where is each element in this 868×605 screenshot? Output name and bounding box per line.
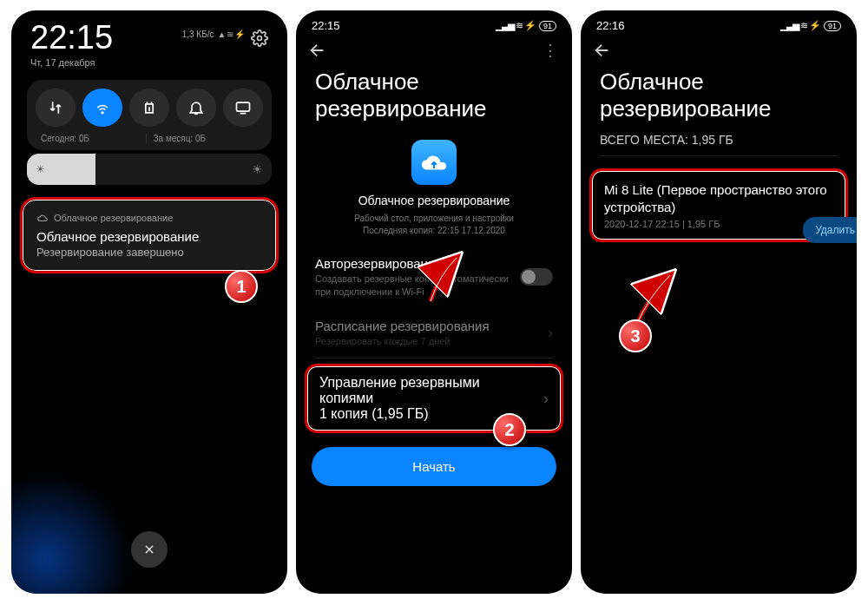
sun-high-icon: ☀ [252,162,263,176]
status-time: 22:15 [312,19,340,32]
signal-icons: ▁▃▅ ≋ ⚡ [496,20,536,31]
quick-settings-panel: Сегодня: 0Б За месяц: 0Б [27,80,272,150]
status-bar: 22:16 ▁▃▅ ≋ ⚡ 91 [581,10,857,36]
data-usage: Сегодня: 0Б За месяц: 0Б [36,127,263,150]
auto-backup-row[interactable]: Авторезервирование Создавать резервные к… [296,246,572,308]
net-speed: 1,3 КБ/с ▲ ≋ ⚡ [182,30,244,39]
svg-rect-1 [237,102,250,111]
auto-backup-label: Авторезервирование [315,256,520,271]
delete-button[interactable]: Удалить [803,217,857,243]
start-backup-button[interactable]: Начать [312,447,556,486]
schedule-sub: Резервировать каждые 7 дней [315,335,548,347]
sun-low-icon: ☀ [36,163,45,175]
notification-card[interactable]: Облачное резервирование Облачное резерви… [20,197,279,273]
step-badge-2: 2 [493,413,526,446]
notification-title: Облачное резервирование [36,229,262,244]
clock-date: Чт, 17 декабря [30,57,113,68]
chevron-right-icon: › [548,324,553,342]
back-icon[interactable] [593,41,612,60]
qs-dnd[interactable] [176,89,216,127]
page-title: Облачное резервирование [296,60,572,128]
step-badge-1: 1 [225,270,258,303]
cloud-logo-icon [411,140,457,185]
manage-backups-sub: 1 копия (1,95 ГБ) [319,406,480,422]
step-badge-3: 3 [619,319,652,352]
schedule-label: Расписание резервирования [315,319,548,333]
qs-header: 22:15 Чт, 17 декабря 1,3 КБ/с ▲ ≋ ⚡ [11,10,287,71]
page-title: Облачное резервирование [581,60,857,128]
schedule-row[interactable]: Расписание резервирования Резервировать … [296,308,572,358]
cloud-backup-tile: Облачное резервирование Рабочий стол, пр… [296,140,572,237]
back-icon[interactable] [308,41,327,60]
phone-screenshot-2: 22:15 ▁▃▅ ≋ ⚡ 91 ⋮ Облачное резервирован… [296,10,572,594]
backup-meta: 2020-12-17 22:15 | 1,95 ГБ [604,219,833,229]
qs-mobile-data[interactable] [36,89,76,127]
manage-backups-row[interactable]: Управление резервными копиями 1 копия (1… [305,364,563,433]
manage-backups-label: Управление резервными копиями [319,375,480,406]
total-space-label: ВСЕГО МЕСТА: 1,95 ГБ [581,128,857,155]
svg-point-0 [258,36,262,41]
cloud-backup-title: Облачное резервирование [358,194,510,207]
signal-icons: ▁▃▅ ≋ ⚡ [780,20,820,31]
menu-icon[interactable]: ⋮ [542,41,560,60]
clear-notifications-button[interactable] [131,531,168,568]
notification-app-name: Облачное резервирование [54,213,173,223]
chevron-right-icon: › [543,390,549,408]
auto-backup-sub: Создавать резервные копии автоматически … [315,273,520,298]
qs-wifi[interactable] [82,89,122,127]
qs-cast[interactable] [223,89,263,127]
battery-indicator: 91 [539,21,556,31]
status-bar: 22:15 ▁▃▅ ≋ ⚡ 91 [296,10,572,36]
phone-screenshot-1: 22:15 Чт, 17 декабря 1,3 КБ/с ▲ ≋ ⚡ [11,10,287,594]
clock-time: 22:15 [30,21,113,54]
cloud-backup-subtitle: Рабочий стол, приложения и настройки Пос… [354,213,514,237]
backup-name: Mi 8 Lite (Первое пространство этого уст… [604,181,833,215]
qs-charge[interactable] [129,89,169,127]
divider [600,155,838,156]
status-time: 22:16 [596,19,625,32]
brightness-slider[interactable]: ☀ ☀ [27,154,272,185]
wallpaper-glow [11,472,133,594]
cloud-icon [36,212,49,224]
notification-body: Резервирование завершено [36,246,262,259]
divider [315,358,553,358]
battery-indicator: 91 [824,21,841,31]
auto-backup-switch[interactable] [520,268,553,286]
phone-screenshot-3: 22:16 ▁▃▅ ≋ ⚡ 91 Облачное резервирование… [581,10,857,594]
settings-icon[interactable] [251,30,268,47]
